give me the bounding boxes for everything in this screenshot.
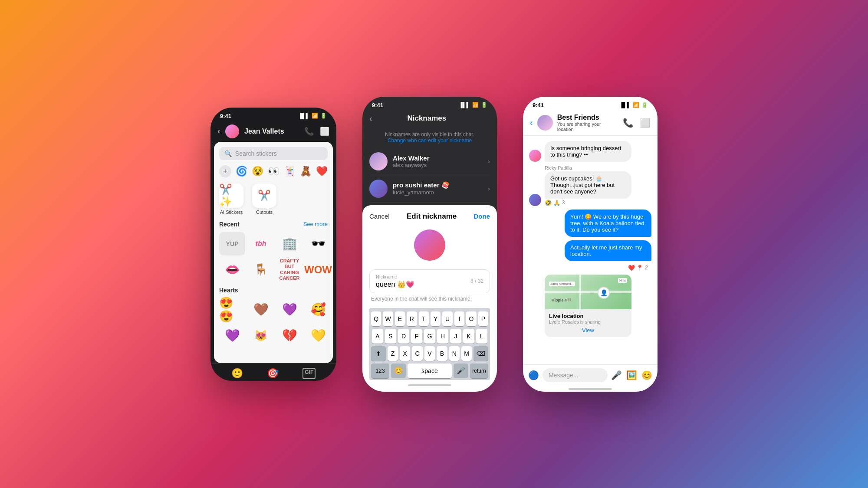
key-y[interactable]: Y [431,311,441,326]
msg-bubble-3: Yum! 😋 We are by this huge tree, with a … [565,210,651,237]
sticker-building[interactable]: 🏢 [276,232,302,255]
key-123[interactable]: 123 [371,364,389,378]
key-m[interactable]: M [461,346,472,361]
search-bar[interactable]: 🔍 Search stickers [219,147,328,160]
location-view-btn[interactable]: View [549,327,627,334]
message-input[interactable]: Message... [542,368,608,382]
key-k[interactable]: K [463,329,474,344]
sticker-purple-heart[interactable]: 💜 [276,298,302,321]
key-h[interactable]: H [437,329,448,344]
status-bar-2: 9:41 ▐▌▌ 📶 🔋 [362,97,497,110]
sticker-heart-eyes[interactable]: 😍😍 [219,298,245,321]
message-placeholder: Message... [549,372,578,379]
status-bar-1: 9:41 ▐▌▌ 📶 🔋 [210,108,336,121]
key-p[interactable]: P [478,311,488,326]
key-q[interactable]: Q [371,311,381,326]
key-d[interactable]: D [398,329,409,344]
key-c[interactable]: C [412,346,422,361]
gif-tab[interactable]: GIF [302,368,316,379]
sticker-panel: 🔍 Search stickers + 🌀 😵 👀 🃏 🧸 ❤️ 📦 ✂️✨ A… [214,142,333,363]
key-b[interactable]: B [437,346,447,361]
nickname-input-row: Nickname queen 👑💗 8 / 32 [376,274,483,288]
nickname-item-1[interactable]: Alex Walker alex.anyways › [369,148,490,175]
sticker-face-heart[interactable]: 🥰 [305,298,331,321]
location-card: 👤 John Kenned... Hills Hippie Hill Live … [545,275,631,337]
sticker-cat-heart[interactable]: 😻 [248,324,274,347]
key-e[interactable]: E [395,311,405,326]
char-count: 8 / 32 [470,278,483,284]
emoji-tab[interactable]: 🙂 [231,368,243,379]
key-j[interactable]: J [450,329,461,344]
sticker-tbh[interactable]: tbh [248,232,274,255]
key-emoji[interactable]: 😊 [391,364,406,378]
search-icon: 🔍 [224,150,232,157]
signal-icon: ▐▌▌ [298,113,309,119]
ai-stickers-tool[interactable]: ✂️✨ AI Stickers [219,183,243,215]
back-icon-1[interactable]: ‹ [217,127,220,136]
done-btn[interactable]: Done [474,213,490,220]
key-f[interactable]: F [411,329,422,344]
key-r[interactable]: R [407,311,417,326]
contact-avatar-1[interactable] [225,124,239,138]
sticker-glasses[interactable]: 🕶️ [305,232,331,255]
msg-4-reactions: ❤️ 📍 2 [529,265,648,271]
nickname-list: Alex Walker alex.anyways › pro sushi eat… [362,148,497,203]
nickname-input-box[interactable]: Nickname queen 👑💗 8 / 32 [369,269,490,293]
map-road-h [545,291,631,293]
phone-chat: 9:41 ▐▌▌ 📶 🔋 ‹ Best Friends You are shar… [523,97,658,392]
add-category-btn[interactable]: + [219,165,231,177]
key-shift[interactable]: ⬆ [371,346,386,361]
key-w[interactable]: W [383,311,393,326]
key-z[interactable]: Z [388,346,398,361]
group-avatar[interactable] [537,115,553,131]
key-g[interactable]: G [424,329,435,344]
status-icons-2: ▐▌▌ 📶 🔋 [459,102,487,108]
camera-icon[interactable]: 🔵 [528,370,539,380]
nickname-item-2[interactable]: pro sushi eater 🍣 lucie_yamamoto › [369,175,490,203]
sticker-purple-heart-2[interactable]: 💜 [219,324,245,347]
recent-stickers-grid: YUP tbh 🏢 🕶️ 👄 🪑 CRAFTY BUT CARING CANCE… [219,232,328,282]
key-o[interactable]: O [466,311,476,326]
battery-icon-3: 🔋 [641,102,648,108]
change-who-link[interactable]: Change who can edit your nickname [388,138,472,144]
key-s[interactable]: S [385,329,396,344]
image-icon-3[interactable]: 🖼️ [626,370,637,380]
sticker-lips[interactable]: 👄 [219,258,245,282]
video-icon-3[interactable]: ⬜ [640,118,651,128]
back-icon-2[interactable]: ‹ [369,114,372,124]
key-backspace[interactable]: ⌫ [473,346,488,361]
video-icon-1[interactable]: ⬜ [320,127,329,136]
key-t[interactable]: T [419,311,429,326]
phone-icon-3[interactable]: 📞 [623,118,634,128]
cancel-btn[interactable]: Cancel [369,213,390,220]
key-i[interactable]: I [454,311,464,326]
sticker-tab[interactable]: 🎯 [267,368,279,379]
key-mic[interactable]: 🎤 [454,364,468,378]
sticker-crafty[interactable]: CRAFTY BUT CARING CANCER [276,258,302,282]
sticker-bench[interactable]: 🪑 [248,258,274,282]
key-space[interactable]: space [408,364,452,378]
sticker-wow[interactable]: WOW [305,258,331,282]
see-more-btn[interactable]: See more [303,221,328,227]
key-x[interactable]: X [400,346,410,361]
emoji-icon-3[interactable]: 😊 [641,370,652,380]
cutouts-tool[interactable]: ✂️ Cutouts [252,183,276,215]
sticker-yup[interactable]: YUP [219,232,245,255]
key-v[interactable]: V [424,346,435,361]
contact-name-1[interactable]: Jean Vallets [244,128,299,135]
sticker-yellow-heart[interactable]: 💛 [305,324,331,347]
key-l[interactable]: L [476,329,487,344]
msg-sender-ricky: Ricky Padilla [545,165,651,170]
mic-icon-3[interactable]: 🎤 [611,370,622,380]
sticker-broken-heart[interactable]: 💔 [276,324,302,347]
back-icon-3[interactable]: ‹ [530,118,533,128]
nickname-value[interactable]: queen 👑💗 [376,281,414,288]
sticker-tools: ✂️✨ AI Stickers ✂️ Cutouts [219,183,328,215]
location-title: Live location [549,313,627,319]
key-u[interactable]: U [442,311,452,326]
key-n[interactable]: N [449,346,460,361]
key-a[interactable]: A [372,329,383,344]
phone-icon-1[interactable]: 📞 [304,127,314,136]
sticker-brown-heart[interactable]: 🤎 [248,298,274,321]
key-return[interactable]: return [470,364,488,378]
